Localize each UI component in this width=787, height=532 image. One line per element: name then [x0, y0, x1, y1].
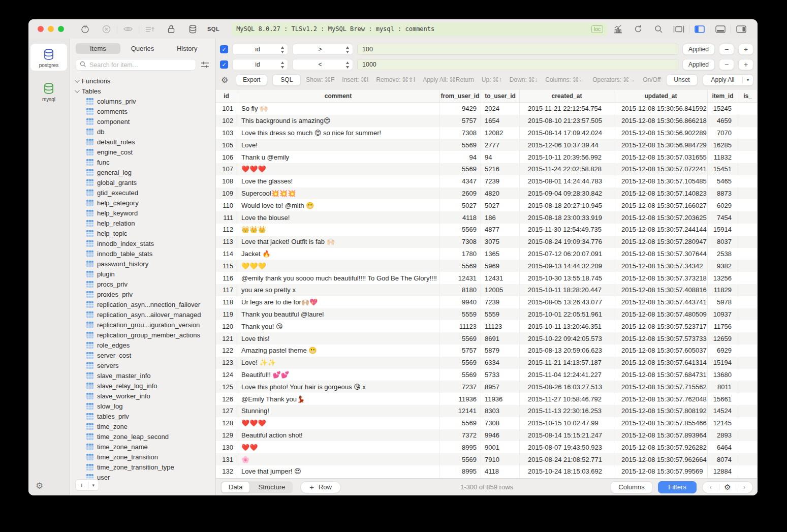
cell-created_at[interactable]: 2015-09-13 14:44:32.209 — [520, 260, 614, 272]
cell-from_user_id[interactable]: 4118 — [439, 211, 481, 224]
cell-is_[interactable] — [738, 369, 758, 381]
cell-item_id[interactable]: 5465 — [708, 175, 738, 187]
cell-comment[interactable]: Love! — [237, 139, 439, 151]
cell-comment[interactable]: Love that jumper! 😍 — [237, 465, 439, 478]
cell-id[interactable]: 121 — [216, 332, 237, 345]
add-item-button[interactable]: + — [76, 480, 88, 490]
cell-comment[interactable]: Thank you beautiful @laurel — [237, 308, 439, 321]
cell-from_user_id[interactable]: 5559 — [439, 308, 481, 321]
cell-from_user_id[interactable]: 5569 — [439, 417, 481, 429]
cell-to_user_id[interactable]: 7910 — [481, 453, 520, 465]
columns-button[interactable]: Columns — [611, 481, 652, 493]
cell-to_user_id[interactable]: 7239 — [481, 175, 520, 187]
sidebar-item-table-general_log[interactable]: general_log — [75, 167, 215, 177]
sidebar-item-table-db[interactable]: db — [75, 127, 215, 137]
cell-id[interactable]: 131 — [216, 453, 237, 465]
cell-comment[interactable]: Beautiful!! 💕💕 — [237, 369, 439, 381]
cell-comment[interactable]: Amazing pastel theme 😬 — [237, 345, 439, 357]
sidebar-item-table-innodb_index_stats[interactable]: innodb_index_stats — [75, 238, 215, 248]
cell-is_[interactable] — [738, 381, 758, 393]
table-row[interactable]: 115💛💛💛556959692015-09-13 14:44:32.209201… — [216, 260, 758, 272]
cell-id[interactable]: 114 — [216, 248, 237, 260]
close-button[interactable] — [38, 26, 44, 32]
cell-from_user_id[interactable]: 4347 — [439, 175, 481, 187]
cell-updated_at[interactable]: 2015-12-08 15:30:57.031655 — [614, 151, 708, 163]
cell-comment[interactable]: So fly 🙌🏻 — [237, 103, 439, 115]
table-row[interactable]: 119Thank you beautiful @laurel5559555920… — [216, 308, 758, 321]
cell-from_user_id[interactable]: 94 — [439, 151, 481, 163]
cell-item_id[interactable]: 14524 — [708, 405, 738, 417]
cell-created_at[interactable]: 2015-11-13 22:30:16.253 — [520, 405, 614, 417]
cell-to_user_id[interactable]: 8303 — [481, 405, 520, 417]
cell-updated_at[interactable]: 2015-12-08 15:30:56.984729 — [614, 139, 708, 151]
column-header-from_user_id[interactable]: from_user_id — [439, 90, 481, 102]
cell-from_user_id[interactable]: 7237 — [439, 381, 481, 393]
cell-item_id[interactable]: 8074 — [708, 453, 738, 465]
sidebar-item-table-time_zone_transition[interactable]: time_zone_transition — [75, 452, 215, 462]
cell-updated_at[interactable]: 2015-12-08 15:30:57.480509 — [614, 308, 708, 321]
cell-item_id[interactable]: 12145 — [708, 417, 738, 429]
cell-updated_at[interactable]: 2015-12-08 15:30:57.523717 — [614, 320, 708, 332]
cell-updated_at[interactable]: 2015-12-08 15:30:57.244144 — [614, 224, 708, 236]
cell-comment[interactable]: Thank you! 😘 — [237, 320, 439, 332]
cell-id[interactable]: 129 — [216, 429, 237, 442]
cell-updated_at[interactable]: 2015-12-08 15:30:57.605037 — [614, 345, 708, 357]
sidebar-item-table-role_edges[interactable]: role_edges — [75, 340, 215, 350]
cell-item_id[interactable]: 8011 — [708, 381, 738, 393]
cell-id[interactable]: 106 — [216, 151, 237, 163]
cell-created_at[interactable]: 2015-08-24 21:08:52.771 — [520, 453, 614, 465]
sidebar-item-table-time_zone[interactable]: time_zone — [75, 421, 215, 431]
table-row[interactable]: 126@Emily Thank you💃🏾11936119362015-11-2… — [216, 393, 758, 405]
cell-item_id[interactable]: 13680 — [708, 369, 738, 381]
grid-settings-gear-icon[interactable]: ⚙ — [719, 483, 736, 492]
sidebar-item-table-replication_grouiguration_version[interactable]: replication_grou...iguration_version — [75, 320, 215, 330]
cell-id[interactable]: 102 — [216, 115, 237, 127]
cell-created_at[interactable]: 2015-08-14 15:15:21.247 — [520, 429, 614, 442]
cell-id[interactable]: 127 — [216, 405, 237, 417]
sidebar-item-table-gtid_executed[interactable]: gtid_executed — [75, 187, 215, 198]
table-row[interactable]: 123Love! ✨✨556963342015-11-21 14:13:57.1… — [216, 357, 758, 369]
tree-group-tables[interactable]: Tables — [75, 86, 215, 96]
cell-created_at[interactable]: 2015-10-30 13:55:18.745 — [520, 272, 614, 284]
sidebar-item-table-global_grants[interactable]: global_grants — [75, 177, 215, 187]
cell-comment[interactable]: @Emily Thank you💃🏾 — [237, 393, 439, 405]
cell-from_user_id[interactable]: 8995 — [439, 441, 481, 453]
cell-id[interactable]: 112 — [216, 224, 237, 236]
cell-created_at[interactable]: 2015-12-06 10:37:39.44 — [520, 139, 614, 151]
sidebar-item-table-password_history[interactable]: password_history — [75, 259, 215, 269]
focus-panel-icon[interactable] — [669, 25, 689, 33]
cell-comment[interactable]: ❤️❤️ — [237, 441, 439, 453]
cell-updated_at[interactable]: 2015-12-08 15:30:57.166027 — [614, 199, 708, 211]
filter-settings-gear-icon[interactable]: ⚙ — [221, 75, 228, 85]
sql-button[interactable]: SQL — [272, 74, 301, 86]
cell-id[interactable]: 120 — [216, 320, 237, 332]
add-filter-button[interactable]: + — [738, 59, 753, 70]
table-row[interactable]: 113Love that jacket! Outfit is fab 🙌🏻730… — [216, 236, 758, 248]
cell-to_user_id[interactable]: 94 — [481, 151, 520, 163]
column-header-id[interactable]: id — [216, 90, 237, 102]
sidebar-item-table-help_topic[interactable]: help_topic — [75, 228, 215, 238]
cell-from_user_id[interactable]: 9940 — [439, 296, 481, 308]
cell-is_[interactable] — [738, 284, 758, 296]
cell-created_at[interactable]: 2015-11-27 10:58:46.792 — [520, 393, 614, 405]
sidebar-item-table-slow_log[interactable]: slow_log — [75, 401, 215, 411]
cell-is_[interactable] — [738, 429, 758, 442]
cell-created_at[interactable]: 2015-09-04 09:28:30.842 — [520, 187, 614, 200]
cell-updated_at[interactable]: 2015-12-08 15:30:57.762048 — [614, 393, 708, 405]
tab-queries[interactable]: Queries — [120, 43, 165, 54]
sql-editor-button[interactable]: SQL — [203, 26, 224, 32]
cell-created_at[interactable]: 2015-08-24 19:09:34.776 — [520, 236, 614, 248]
cell-is_[interactable] — [738, 151, 758, 163]
column-header-is_[interactable]: is_ — [738, 90, 758, 102]
cell-comment[interactable]: This background is amazing😍 — [237, 115, 439, 127]
cell-to_user_id[interactable]: 186 — [481, 211, 520, 224]
cell-updated_at[interactable]: 2015-12-08 15:30:56.902289 — [614, 127, 708, 139]
sidebar-item-table-replication_asynnnection_failover[interactable]: replication_asyn...nnection_failover — [75, 299, 215, 309]
cell-id[interactable]: 110 — [216, 199, 237, 211]
cell-item_id[interactable]: 12884 — [708, 465, 738, 478]
cell-from_user_id[interactable]: 2609 — [439, 187, 481, 200]
cell-created_at[interactable]: 2015-08-10 21:23:57.505 — [520, 115, 614, 127]
bottom-panel-toggle-icon[interactable] — [710, 25, 731, 33]
minimize-button[interactable] — [48, 26, 54, 32]
cell-created_at[interactable]: 2015-08-14 17:09:42.024 — [520, 127, 614, 139]
